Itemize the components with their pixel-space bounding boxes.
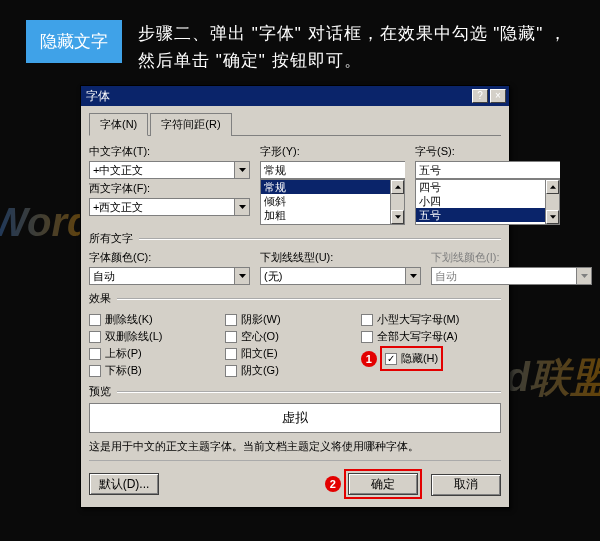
dialog-tabs: 字体(N) 字符间距(R) (89, 112, 501, 136)
checkbox-label: 下标(B) (105, 363, 142, 378)
svg-marker-1 (239, 205, 246, 209)
chinese-font-input[interactable] (89, 161, 234, 179)
help-icon[interactable]: ? (472, 89, 488, 103)
scrollbar[interactable] (390, 180, 404, 224)
scroll-down-icon[interactable] (546, 210, 559, 224)
checkbox-subscript[interactable]: 下标(B) (89, 363, 225, 378)
ok-button[interactable]: 确定 (348, 473, 418, 495)
tutorial-step-text: 步骤二、弹出 "字体" 对话框，在效果中勾选 "隐藏" ，然后单击 "确定" 按… (138, 20, 574, 74)
list-item[interactable]: 倾斜 (261, 194, 404, 208)
callout-badge-2: 2 (325, 476, 341, 492)
svg-marker-5 (550, 215, 556, 218)
font-hint-text: 这是用于中文的正文主题字体。当前文档主题定义将使用哪种字体。 (89, 439, 501, 454)
svg-marker-3 (395, 215, 401, 218)
tab-char-spacing[interactable]: 字符间距(R) (150, 113, 231, 136)
scroll-up-icon[interactable] (391, 180, 404, 194)
checkbox-label: 双删除线(L) (105, 329, 162, 344)
list-item[interactable]: 五号 (416, 208, 559, 222)
checkbox-label: 空心(O) (241, 329, 279, 344)
close-icon[interactable]: × (490, 89, 506, 103)
chevron-down-icon[interactable] (234, 198, 250, 216)
chinese-font-label: 中文字体(T): (89, 144, 250, 159)
svg-marker-0 (239, 168, 246, 172)
font-color-input[interactable] (89, 267, 234, 285)
svg-marker-6 (239, 274, 246, 278)
font-preview: 虚拟 (89, 403, 501, 433)
underline-color-input (431, 267, 576, 285)
chinese-font-combo[interactable] (89, 161, 250, 179)
list-item[interactable]: 常规 (261, 180, 404, 194)
checkbox-engrave[interactable]: 阴文(G) (225, 363, 361, 378)
chevron-down-icon[interactable] (234, 161, 250, 179)
svg-marker-4 (550, 185, 556, 188)
checkbox-label: 全部大写字母(A) (377, 329, 458, 344)
effects-section-label: 效果 (89, 291, 111, 306)
checkbox-shadow[interactable]: 阴影(W) (225, 312, 361, 327)
underline-style-label: 下划线线型(U): (260, 250, 421, 265)
checkbox-allcaps[interactable]: 全部大写字母(A) (361, 329, 497, 344)
checkbox-label: 阳文(E) (241, 346, 278, 361)
western-font-input[interactable] (89, 198, 234, 216)
western-font-label: 西文字体(F): (89, 181, 250, 196)
list-item[interactable]: 小四 (416, 194, 559, 208)
tab-font[interactable]: 字体(N) (89, 113, 148, 136)
font-size-label: 字号(S): (415, 144, 560, 159)
font-style-input[interactable] (260, 161, 405, 179)
checkbox-hidden[interactable]: 隐藏(H) (385, 351, 438, 366)
checkbox-label: 隐藏(H) (401, 351, 438, 366)
preview-section-label: 预览 (89, 384, 111, 399)
checkbox-label: 删除线(K) (105, 312, 153, 327)
watermark-text: Word (0, 200, 91, 245)
dialog-title: 字体 (84, 88, 110, 105)
checkbox-emboss[interactable]: 阳文(E) (225, 346, 361, 361)
checkbox-double-strike[interactable]: 双删除线(L) (89, 329, 225, 344)
checkbox-superscript[interactable]: 上标(P) (89, 346, 225, 361)
checkbox-label: 小型大写字母(M) (377, 312, 460, 327)
scroll-down-icon[interactable] (391, 210, 404, 224)
checkbox-strikethrough[interactable]: 删除线(K) (89, 312, 225, 327)
list-item[interactable]: 加粗 (261, 208, 404, 222)
font-dialog: 字体 ? × 字体(N) 字符间距(R) 中文字体(T): 西文字 (80, 85, 510, 508)
underline-color-combo (431, 267, 592, 285)
all-text-section-label: 所有文字 (89, 231, 133, 246)
scrollbar[interactable] (545, 180, 559, 224)
underline-style-combo[interactable] (260, 267, 421, 285)
chevron-down-icon (576, 267, 592, 285)
svg-marker-7 (410, 274, 417, 278)
callout-badge-1: 1 (361, 351, 377, 367)
underline-color-label: 下划线颜色(I): (431, 250, 592, 265)
svg-marker-8 (581, 274, 588, 278)
font-size-listbox[interactable]: 四号 小四 五号 (415, 179, 560, 225)
chevron-down-icon[interactable] (234, 267, 250, 285)
font-size-input[interactable] (415, 161, 560, 179)
list-item[interactable]: 四号 (416, 180, 559, 194)
font-style-listbox[interactable]: 常规 倾斜 加粗 (260, 179, 405, 225)
scroll-up-icon[interactable] (546, 180, 559, 194)
chevron-down-icon[interactable] (405, 267, 421, 285)
font-color-combo[interactable] (89, 267, 250, 285)
checkbox-label: 阴文(G) (241, 363, 279, 378)
font-style-label: 字形(Y): (260, 144, 405, 159)
checkbox-hollow[interactable]: 空心(O) (225, 329, 361, 344)
checkbox-smallcaps[interactable]: 小型大写字母(M) (361, 312, 497, 327)
tutorial-step-tag: 隐藏文字 (26, 20, 122, 63)
western-font-combo[interactable] (89, 198, 250, 216)
cancel-button[interactable]: 取消 (431, 474, 501, 496)
font-size-input-wrap[interactable] (415, 161, 560, 179)
font-color-label: 字体颜色(C): (89, 250, 250, 265)
underline-style-input[interactable] (260, 267, 405, 285)
checkbox-label: 阴影(W) (241, 312, 281, 327)
font-style-input-wrap[interactable] (260, 161, 405, 179)
dialog-titlebar[interactable]: 字体 ? × (81, 86, 509, 106)
default-button[interactable]: 默认(D)... (89, 473, 159, 495)
checkbox-label: 上标(P) (105, 346, 142, 361)
svg-marker-2 (395, 185, 401, 188)
